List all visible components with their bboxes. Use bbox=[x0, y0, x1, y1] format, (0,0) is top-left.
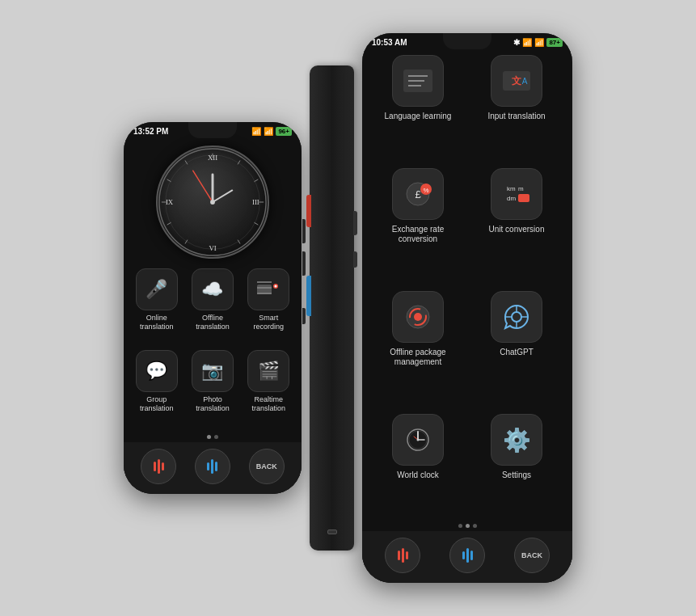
left-status-icons: 📶 📶 96+ bbox=[251, 127, 292, 136]
svg-line-8 bbox=[254, 179, 258, 182]
eq-red-icon bbox=[154, 459, 164, 474]
svg-point-44 bbox=[414, 313, 422, 321]
bar-b3 bbox=[215, 462, 217, 471]
left-back-button[interactable]: BACK bbox=[249, 449, 285, 484]
svg-text:III: III bbox=[252, 198, 259, 206]
input-icon-svg: 文 A bbox=[500, 66, 533, 95]
left-dot-indicator bbox=[124, 432, 302, 442]
chatgpt-icon bbox=[491, 291, 542, 343]
dot-2 bbox=[214, 435, 218, 439]
group-translation-icon: 💬 bbox=[136, 350, 178, 392]
app-smart-recording[interactable]: Smartrecording bbox=[243, 268, 295, 347]
left-battery: 96+ bbox=[276, 127, 292, 136]
wifi-icon: 📶 bbox=[251, 127, 261, 136]
right-bar-b1 bbox=[462, 551, 465, 559]
left-app-grid: 🎤 Onlinetranslation ☁️ Offlinetranslatio… bbox=[124, 265, 302, 432]
side-volume-button[interactable] bbox=[353, 211, 357, 235]
svg-line-19 bbox=[193, 171, 213, 202]
side-power-button[interactable] bbox=[353, 251, 357, 268]
offline-translation-icon: ☁️ bbox=[192, 268, 234, 310]
settings-icon: ⚙️ bbox=[491, 414, 542, 466]
app-group-translation[interactable]: 💬 Grouptranslation bbox=[130, 350, 183, 428]
left-power-button[interactable] bbox=[302, 308, 306, 324]
right-eq-red-button[interactable] bbox=[385, 538, 420, 573]
right-bottom-bar: BACK bbox=[362, 531, 572, 583]
chatgpt-svg bbox=[502, 302, 531, 331]
app-world-clock[interactable]: World clock bbox=[375, 414, 461, 514]
lang-icon-svg bbox=[402, 66, 434, 95]
online-translation-label: Onlinetranslation bbox=[140, 314, 174, 331]
right-eq-blue-button[interactable] bbox=[449, 538, 485, 573]
svg-text:IX: IX bbox=[166, 198, 174, 206]
dot-1 bbox=[207, 435, 211, 439]
right-time: 10:53 AM bbox=[372, 38, 407, 47]
app-settings[interactable]: ⚙️ Settings bbox=[474, 414, 559, 514]
app-online-translation[interactable]: 🎤 Onlinetranslation bbox=[130, 268, 183, 347]
left-phone-wrapper: 13:52 PM 📶 📶 96+ XII bbox=[124, 122, 302, 494]
right-phone: 10:53 AM ✱ 📶 📶 87+ Lan bbox=[362, 33, 572, 583]
svg-text:m: m bbox=[518, 185, 524, 192]
unit-conversion-label: Unit conversion bbox=[489, 225, 545, 234]
left-screen: 13:52 PM 📶 📶 96+ XII bbox=[124, 122, 302, 494]
app-chatgpt[interactable]: ChatGPT bbox=[474, 291, 559, 401]
left-eq-red-button[interactable] bbox=[141, 449, 176, 484]
side-red-button[interactable] bbox=[306, 195, 311, 227]
photo-translation-label: Phototranslation bbox=[196, 395, 230, 413]
right-bar-b2 bbox=[466, 548, 469, 563]
offline-package-label: Offline packagemanagement bbox=[390, 348, 445, 367]
left-vol1-button[interactable] bbox=[302, 219, 306, 243]
app-input-translation[interactable]: 文 A Input translation bbox=[474, 55, 559, 155]
settings-label: Settings bbox=[502, 470, 531, 480]
right-eq-red-icon bbox=[398, 548, 408, 563]
right-battery: 87+ bbox=[546, 38, 563, 47]
left-notch bbox=[188, 122, 237, 138]
input-translation-label: Input translation bbox=[487, 112, 545, 121]
right-bar-b3 bbox=[470, 551, 473, 560]
app-offline-package[interactable]: Offline packagemanagement bbox=[375, 291, 461, 401]
clock-container: XII III VI IX bbox=[124, 137, 302, 265]
unit-conversion-icon: km m dm bbox=[491, 168, 542, 220]
right-back-button[interactable]: BACK bbox=[514, 538, 550, 573]
right-bar-r3 bbox=[406, 551, 408, 559]
right-signal-icon: 📶 bbox=[534, 38, 544, 47]
svg-text:A: A bbox=[522, 77, 528, 86]
svg-point-45 bbox=[512, 312, 521, 322]
app-unit-conversion[interactable]: km m dm Unit conversion bbox=[474, 168, 559, 278]
svg-text:%: % bbox=[423, 187, 428, 194]
realtime-translation-label: Realtimetranslation bbox=[252, 395, 286, 413]
right-app-grid: Language learning 文 A Input translation bbox=[362, 49, 572, 521]
left-time: 13:52 PM bbox=[133, 127, 168, 136]
app-exchange-rate[interactable]: £ % Exchange rateconversion bbox=[375, 168, 461, 278]
left-back-label: BACK bbox=[256, 462, 277, 470]
svg-rect-41 bbox=[518, 194, 529, 202]
svg-text:文: 文 bbox=[512, 75, 521, 86]
offline-package-icon bbox=[392, 291, 444, 343]
smart-recording-label: Smartrecording bbox=[254, 314, 285, 331]
left-eq-blue-button[interactable] bbox=[195, 449, 230, 484]
eq-blue-icon bbox=[207, 459, 217, 474]
svg-line-13 bbox=[167, 179, 171, 182]
group-translation-label: Grouptranslation bbox=[140, 395, 174, 413]
bar-r2 bbox=[158, 459, 160, 474]
svg-line-18 bbox=[213, 190, 232, 202]
app-language-learning[interactable]: Language learning bbox=[375, 55, 461, 155]
app-realtime-translation[interactable]: 🎬 Realtimetranslation bbox=[243, 350, 295, 428]
offline-translation-label: Offlinetranslation bbox=[196, 314, 230, 331]
offline-pkg-svg bbox=[402, 302, 434, 331]
right-back-label: BACK bbox=[521, 551, 542, 559]
right-screen: 10:53 AM ✱ 📶 📶 87+ Lan bbox=[362, 33, 572, 583]
language-learning-icon bbox=[392, 55, 444, 107]
online-translation-icon: 🎤 bbox=[136, 268, 178, 310]
world-clock-icon bbox=[392, 414, 444, 466]
svg-line-10 bbox=[254, 222, 258, 225]
exchange-icon-svg: £ % bbox=[402, 179, 434, 209]
bar-b1 bbox=[207, 462, 209, 470]
right-status-icons: ✱ 📶 📶 87+ bbox=[513, 38, 563, 47]
side-blue-button[interactable] bbox=[306, 276, 311, 316]
smart-recording-icon bbox=[247, 268, 289, 310]
left-vol2-button[interactable] bbox=[302, 251, 306, 276]
side-usb-port bbox=[327, 530, 337, 534]
app-photo-translation[interactable]: 📷 Phototranslation bbox=[186, 350, 238, 428]
unit-icon-svg: km m dm bbox=[499, 179, 534, 209]
app-offline-translation[interactable]: ☁️ Offlinetranslation bbox=[186, 268, 238, 347]
